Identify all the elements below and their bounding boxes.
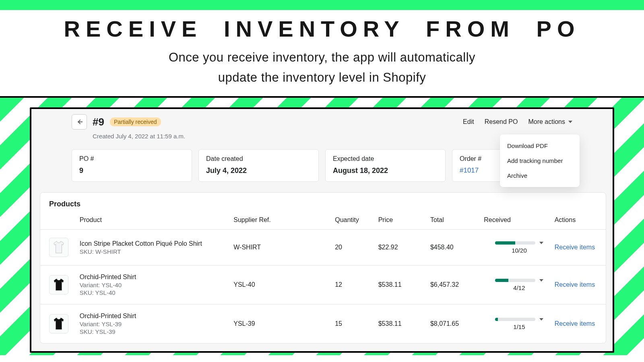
- table-row: Icon Stripe Placket Cotton Piqué Polo Sh…: [40, 230, 606, 265]
- received-cell: 4/12: [484, 265, 554, 304]
- products-section-title: Products: [40, 193, 606, 211]
- product-name: Icon Stripe Placket Cotton Piqué Polo Sh…: [80, 240, 234, 247]
- total: $458.40: [430, 230, 484, 265]
- products-card: Products Product Supplier Ref. Quantity: [40, 192, 606, 343]
- more-actions-menu: Download PDF Add tracking number Archive: [500, 134, 580, 187]
- col-product: Product: [80, 211, 234, 230]
- table-row: Orchid-Printed ShirtVariant: YSL-39SKU: …: [40, 304, 606, 343]
- received-count: 1/15: [513, 323, 525, 330]
- edit-button[interactable]: Edit: [463, 118, 474, 125]
- quantity: 12: [335, 265, 378, 304]
- total: $8,071.65: [430, 304, 484, 343]
- info-card-expected-date: Expected date August 18, 2022: [325, 149, 446, 182]
- received-count: 4/12: [513, 284, 525, 291]
- product-thumbnail: [49, 314, 68, 333]
- product-name: Orchid-Printed Shirt: [80, 313, 234, 320]
- product-sku: SKU: YSL-40: [80, 289, 234, 296]
- receive-items-link[interactable]: Receive items: [555, 244, 595, 251]
- hero-section: RECEIVE INVENTORY FROM PO Once you recei…: [0, 10, 644, 96]
- info-label: Expected date: [333, 155, 438, 162]
- info-value: August 18, 2022: [333, 167, 438, 175]
- purchase-order-title: #9: [93, 116, 104, 128]
- info-card-date-created: Date created July 4, 2022: [198, 149, 319, 182]
- table-header-row: Product Supplier Ref. Quantity Price Tot…: [40, 211, 606, 230]
- info-value: 9: [79, 167, 184, 175]
- status-badge: Partially received: [110, 117, 161, 126]
- resend-po-button[interactable]: Resend PO: [485, 118, 518, 125]
- supplier-ref: YSL-39: [233, 304, 335, 343]
- info-card-row: PO # 9 Date created July 4, 2022 Expecte…: [72, 149, 572, 182]
- menu-download-pdf[interactable]: Download PDF: [500, 138, 580, 153]
- price: $538.11: [378, 304, 430, 343]
- progress-bar: [495, 318, 535, 321]
- menu-add-tracking[interactable]: Add tracking number: [500, 153, 580, 168]
- receive-items-link[interactable]: Receive items: [555, 320, 595, 327]
- received-cell: 1/15: [484, 304, 554, 343]
- page-header: #9 Partially received Edit Resend PO Mor…: [72, 114, 572, 130]
- product-sku: SKU: W-SHIRT: [80, 248, 234, 255]
- shirt-icon: [53, 317, 65, 331]
- info-card-po: PO # 9: [72, 149, 192, 182]
- supplier-ref: YSL-40: [233, 265, 335, 304]
- col-total: Total: [430, 211, 484, 230]
- striped-background: #9 Partially received Edit Resend PO Mor…: [0, 98, 644, 355]
- col-actions: Actions: [555, 211, 606, 230]
- product-thumbnail: [49, 238, 68, 257]
- caret-down-icon[interactable]: [539, 279, 543, 282]
- caret-down-icon[interactable]: [539, 242, 543, 244]
- app-window: #9 Partially received Edit Resend PO Mor…: [30, 107, 614, 353]
- price: $22.92: [378, 230, 430, 265]
- col-quantity: Quantity: [335, 211, 378, 230]
- arrow-left-icon: [75, 118, 83, 126]
- info-label: Date created: [206, 155, 311, 162]
- product-cell: Icon Stripe Placket Cotton Piqué Polo Sh…: [80, 230, 234, 265]
- received-count: 10/20: [512, 247, 527, 254]
- product-variant: Variant: YSL-39: [80, 321, 234, 327]
- col-price: Price: [378, 211, 430, 230]
- caret-down-icon: [568, 121, 572, 123]
- shirt-icon: [53, 278, 65, 292]
- total: $6,457.32: [430, 265, 484, 304]
- supplier-ref: W-SHIRT: [233, 230, 335, 265]
- info-label: PO #: [79, 155, 184, 162]
- more-actions-button[interactable]: More actions: [528, 118, 572, 125]
- quantity: 20: [335, 230, 378, 265]
- product-cell: Orchid-Printed ShirtVariant: YSL-40SKU: …: [80, 265, 234, 304]
- product-name: Orchid-Printed Shirt: [80, 274, 234, 281]
- received-cell: 10/20: [484, 230, 554, 265]
- menu-archive[interactable]: Archive: [500, 168, 580, 183]
- receive-items-link[interactable]: Receive items: [555, 281, 595, 288]
- decorative-top-stripe: [0, 0, 644, 10]
- col-supplier-ref: Supplier Ref.: [233, 211, 335, 230]
- product-variant: Variant: YSL-40: [80, 282, 234, 288]
- price: $538.11: [378, 265, 430, 304]
- progress-bar: [495, 279, 535, 282]
- shirt-icon: [53, 241, 65, 254]
- col-received: Received: [484, 211, 554, 230]
- hero-subtitle: Once you receive inventory, the app will…: [0, 47, 644, 87]
- product-sku: SKU: YSL-39: [80, 328, 234, 335]
- quantity: 15: [335, 304, 378, 343]
- caret-down-icon[interactable]: [539, 318, 543, 321]
- back-button[interactable]: [72, 114, 87, 130]
- products-table: Product Supplier Ref. Quantity Price Tot…: [40, 211, 606, 343]
- product-cell: Orchid-Printed ShirtVariant: YSL-39SKU: …: [80, 304, 234, 343]
- hero-title: RECEIVE INVENTORY FROM PO: [0, 16, 644, 42]
- progress-bar: [495, 241, 535, 245]
- product-thumbnail: [49, 275, 68, 294]
- info-value: July 4, 2022: [206, 167, 311, 175]
- table-row: Orchid-Printed ShirtVariant: YSL-40SKU: …: [40, 265, 606, 304]
